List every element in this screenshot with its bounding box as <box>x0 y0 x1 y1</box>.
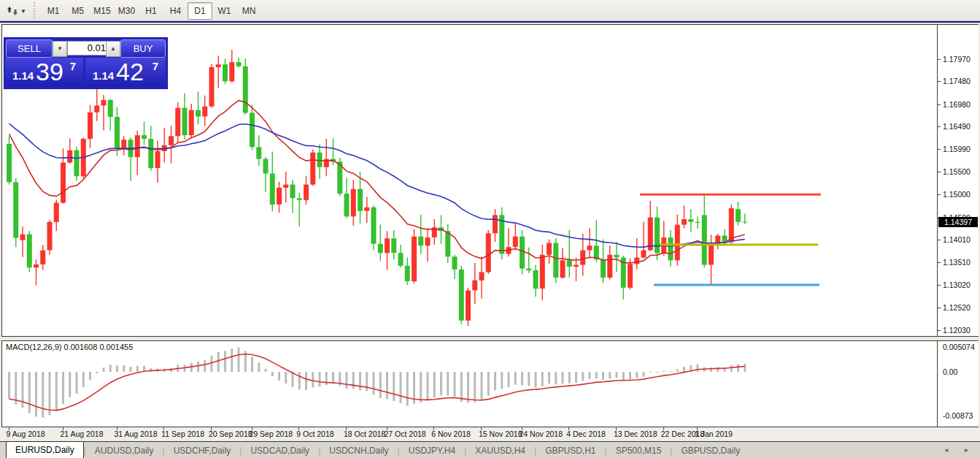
time-axis-label: 20 Sep 2018 <box>209 430 252 438</box>
chart-tab-gbpusd-h1[interactable]: GBPUSD,H1 <box>536 442 604 458</box>
time-axis-label: 9 Aug 2018 <box>7 430 45 438</box>
chart-tab-eurusd-daily[interactable]: EURUSD,Daily <box>6 441 84 458</box>
price-axis-tick <box>938 104 941 105</box>
price-axis-label: 1.13510 <box>943 258 971 267</box>
price-axis-label: 1.14010 <box>943 235 971 244</box>
price-axis: 1.179701.174801.169801.164901.159901.155… <box>938 24 979 337</box>
toolbar-grip[interactable] <box>34 2 39 18</box>
time-axis-label: 1 Jan 2019 <box>695 430 733 438</box>
chart-tab-gbpusd-daily[interactable]: GBPUSD,Daily <box>672 442 749 458</box>
time-axis-label: 21 Aug 2018 <box>61 430 104 438</box>
current-price-tag: 1.14397 <box>938 217 978 227</box>
buy-price-big: 42 <box>116 58 144 86</box>
chart-tab-bar: ◂ ▸ EURUSD,Daily|AUDUSD,Daily|USDCHF,Dai… <box>0 441 980 458</box>
macd-axis-label: 0.005074 <box>943 343 975 351</box>
buy-price-small: 1.14 <box>93 69 114 82</box>
price-axis-label: 1.12520 <box>943 303 971 312</box>
chart-tab-usdchf-daily[interactable]: USDCHF,Daily <box>165 442 240 458</box>
sell-price-small: 1.14 <box>12 69 34 82</box>
time-axis-label: 18 Oct 2018 <box>344 430 385 438</box>
sell-price-tile[interactable]: 1.14 39 7 <box>5 58 83 87</box>
price-axis-tick <box>938 240 941 240</box>
price-axis-label: 1.15500 <box>943 167 971 176</box>
price-axis-tick <box>938 194 941 195</box>
timeframe-button-h1[interactable]: H1 <box>139 2 163 20</box>
candle-arrows-icon <box>7 6 18 16</box>
volume-decrease-button[interactable]: ▼ <box>53 41 67 57</box>
time-axis-label: 27 Oct 2018 <box>385 430 426 438</box>
timeframe-button-h4[interactable]: H4 <box>163 2 188 20</box>
price-axis-tick <box>938 126 941 127</box>
time-axis-label: 29 Sep 2018 <box>250 430 293 438</box>
timeframe-button-d1[interactable]: D1 <box>188 2 212 20</box>
price-axis-tick <box>938 149 941 150</box>
macd-chart <box>2 341 937 427</box>
chart-tab-usdcnh-daily[interactable]: USDCNH,Daily <box>320 442 397 458</box>
timeframe-button-w1[interactable]: W1 <box>212 2 237 20</box>
chart-tab-usdcad-daily[interactable]: USDCAD,Daily <box>242 442 318 458</box>
volume-increase-button[interactable]: ▲ <box>106 41 120 57</box>
volume-input[interactable]: 0.01 <box>67 41 111 56</box>
macd-axis-label: 0.00 <box>943 367 957 376</box>
time-axis-label: 13 Dec 2018 <box>614 430 657 438</box>
price-axis-label: 1.17480 <box>943 77 971 85</box>
chart-tab-sp500-m15[interactable]: SP500,M15 <box>607 442 671 458</box>
sell-price-sup: 7 <box>70 60 76 72</box>
price-axis-tick <box>938 330 941 331</box>
price-axis-label: 1.16490 <box>943 122 971 131</box>
chart-window: ▲EURUSD,Daily 1.14405 1.14579 1.14352 1.… <box>0 21 980 458</box>
time-axis-label: 9 Oct 2018 <box>296 430 333 438</box>
chart-tab-audusd-daily[interactable]: AUDUSD,Daily <box>86 442 163 458</box>
price-axis-tick <box>938 262 941 263</box>
price-axis-tick <box>938 59 941 60</box>
buy-price-sup: 7 <box>153 60 158 72</box>
macd-indicator-label: MACD(12,26,9) 0.001608 0.001455 <box>6 343 133 351</box>
buy-button[interactable]: BUY <box>120 39 166 58</box>
price-axis-tick <box>938 172 941 172</box>
time-axis-label: 15 Nov 2018 <box>479 430 522 438</box>
chart-objects-icon[interactable]: ▼ <box>4 2 34 20</box>
time-axis-label: 31 Aug 2018 <box>115 430 158 438</box>
timeframe-button-m5[interactable]: M5 <box>66 2 90 20</box>
price-axis-tick <box>938 285 941 286</box>
timeframe-button-m15[interactable]: M15 <box>90 2 115 20</box>
time-axis-label: 6 Nov 2018 <box>431 430 471 438</box>
timeframe-button-mn[interactable]: MN <box>236 2 261 20</box>
price-axis-label: 1.13020 <box>943 280 971 289</box>
tab-scroll-arrows[interactable]: ◂ ▸ <box>944 446 976 454</box>
macd-axis-label: -0.00873 <box>943 411 973 420</box>
price-axis-tick <box>938 81 941 82</box>
chevron-down-icon[interactable]: ▼ <box>20 8 26 15</box>
chart-tab-usdjpy-h4[interactable]: USDJPY,H4 <box>400 442 464 458</box>
timeframe-button-m30[interactable]: M30 <box>115 2 139 20</box>
price-axis-label: 1.16980 <box>943 100 971 109</box>
time-axis-label: 11 Sep 2018 <box>161 430 204 438</box>
price-axis-label: 1.17970 <box>943 55 971 64</box>
top-toolbar: ▼ M1M5M15M30H1H4D1W1MN <box>0 0 980 21</box>
macd-axis: 0.0050740.00-0.00873 <box>938 340 979 427</box>
price-axis-label: 1.12030 <box>943 326 971 335</box>
sell-price-big: 39 <box>36 58 63 86</box>
sell-button[interactable]: SELL <box>6 39 53 58</box>
chart-tab-xauusd-h4[interactable]: XAUUSD,H4 <box>466 442 534 458</box>
time-axis-label: 4 Dec 2018 <box>566 430 606 438</box>
one-click-trade-panel: SELL ▼ 0.01 ▲ BUY 1.14 39 7 1.14 42 7 <box>4 37 168 89</box>
time-axis-label: 24 Nov 2018 <box>520 430 563 438</box>
timeframe-button-m1[interactable]: M1 <box>41 2 66 20</box>
price-axis-tick <box>938 308 941 308</box>
buy-price-tile[interactable]: 1.14 42 7 <box>85 58 166 87</box>
macd-pane <box>1 340 938 427</box>
time-axis: 9 Aug 201821 Aug 201831 Aug 201811 Sep 2… <box>0 427 980 440</box>
price-axis-label: 1.15990 <box>943 145 971 153</box>
price-axis-label: 1.15000 <box>943 190 971 199</box>
